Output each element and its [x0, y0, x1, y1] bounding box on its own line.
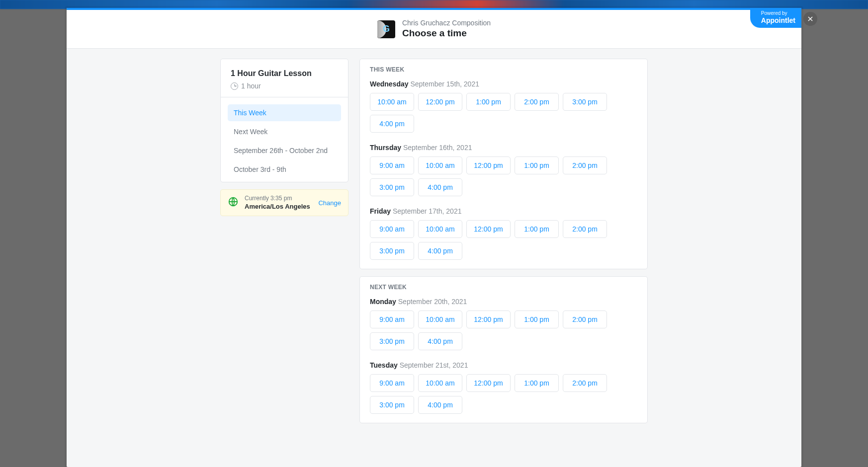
day-name: Tuesday — [370, 361, 398, 369]
time-slot[interactable]: 12:00 pm — [466, 311, 511, 328]
day-date: September 16th, 2021 — [401, 144, 472, 152]
week-item[interactable]: October 10th - 16th — [228, 180, 341, 182]
close-icon — [807, 15, 814, 22]
day-date: September 20th, 2021 — [396, 298, 467, 306]
time-slot[interactable]: 4:00 pm — [418, 396, 462, 414]
time-slot[interactable]: 10:00 am — [418, 374, 462, 392]
time-slot[interactable]: 9:00 am — [370, 220, 414, 238]
slot-row: 9:00 am10:00 am12:00 pm1:00 pm2:00 pm3:0… — [370, 374, 637, 414]
slot-row: 9:00 am10:00 am12:00 pm1:00 pm2:00 pm3:0… — [370, 156, 637, 196]
time-slot[interactable]: 12:00 pm — [466, 374, 511, 392]
clock-icon — [231, 82, 238, 90]
close-button[interactable] — [803, 12, 817, 26]
time-slot[interactable]: 9:00 am — [370, 156, 414, 174]
time-slot[interactable]: 2:00 pm — [563, 374, 607, 392]
day-header: Thursday September 16th, 2021 — [370, 144, 637, 152]
day-block: Friday September 17th, 20219:00 am10:00 … — [360, 205, 647, 269]
day-header: Tuesday September 21st, 2021 — [370, 361, 637, 369]
time-slot[interactable]: 3:00 pm — [370, 396, 414, 414]
page-title: Choose a time — [402, 27, 491, 39]
day-block: Thursday September 16th, 20219:00 am10:0… — [360, 142, 647, 205]
day-block: Wednesday September 15th, 202110:00 am12… — [360, 78, 647, 142]
org-logo: G — [377, 20, 395, 38]
day-header: Wednesday September 15th, 2021 — [370, 80, 637, 88]
day-name: Wednesday — [370, 80, 409, 88]
time-slot[interactable]: 12:00 pm — [418, 93, 462, 111]
section-label: THIS WEEK — [360, 59, 647, 78]
time-slot[interactable]: 10:00 am — [418, 156, 462, 174]
day-date: September 15th, 2021 — [409, 80, 479, 88]
timezone-change-link[interactable]: Change — [318, 199, 341, 207]
week-item[interactable]: This Week — [228, 104, 341, 121]
time-slot[interactable]: 3:00 pm — [370, 242, 414, 260]
time-slots-column: THIS WEEKWednesday September 15th, 20211… — [359, 59, 648, 430]
week-item[interactable]: October 3rd - 9th — [228, 161, 341, 178]
slot-row: 9:00 am10:00 am12:00 pm1:00 pm2:00 pm3:0… — [370, 220, 637, 260]
slot-row: 9:00 am10:00 am12:00 pm1:00 pm2:00 pm3:0… — [370, 311, 637, 350]
time-slot[interactable]: 9:00 am — [370, 374, 414, 392]
week-item[interactable]: Next Week — [228, 123, 341, 140]
time-slot[interactable]: 1:00 pm — [515, 374, 559, 392]
day-name: Thursday — [370, 144, 401, 152]
time-slot[interactable]: 12:00 pm — [466, 220, 511, 238]
day-date: September 17th, 2021 — [391, 207, 461, 215]
day-block: Monday September 20th, 20219:00 am10:00 … — [360, 296, 647, 359]
header-bar: G Chris Gruchacz Composition Choose a ti… — [67, 10, 801, 49]
section-label: NEXT WEEK — [360, 277, 647, 296]
meeting-duration: 1 hour — [241, 82, 261, 90]
powered-by-label: Powered by — [761, 10, 795, 16]
time-slot[interactable]: 1:00 pm — [466, 93, 511, 111]
week-section: THIS WEEKWednesday September 15th, 20211… — [359, 59, 648, 269]
content-scroll[interactable]: 1 Hour Guitar Lesson 1 hour This WeekNex… — [67, 49, 801, 467]
time-slot[interactable]: 12:00 pm — [466, 156, 511, 174]
timezone-current-time: Currently 3:35 pm — [245, 195, 312, 203]
time-slot[interactable]: 4:00 pm — [418, 242, 462, 260]
day-header: Monday September 20th, 2021 — [370, 298, 637, 306]
time-slot[interactable]: 1:00 pm — [515, 220, 559, 238]
meeting-title: 1 Hour Guitar Lesson — [231, 69, 338, 78]
globe-icon — [228, 196, 239, 209]
week-section: NEXT WEEKMonday September 20th, 20219:00… — [359, 276, 648, 423]
slot-row: 10:00 am12:00 pm1:00 pm2:00 pm3:00 pm4:0… — [370, 93, 637, 133]
time-slot[interactable]: 2:00 pm — [515, 93, 559, 111]
day-date: September 21st, 2021 — [398, 361, 468, 369]
time-slot[interactable]: 10:00 am — [418, 220, 462, 238]
time-slot[interactable]: 4:00 pm — [418, 178, 462, 196]
time-slot[interactable]: 10:00 am — [370, 93, 414, 111]
week-list[interactable]: This WeekNext WeekSeptember 26th - Octob… — [221, 97, 348, 182]
day-block: Tuesday September 21st, 20219:00 am10:00… — [360, 359, 647, 423]
time-slot[interactable]: 2:00 pm — [563, 311, 607, 328]
sidebar: 1 Hour Guitar Lesson 1 hour This WeekNex… — [220, 59, 348, 216]
timezone-card: Currently 3:35 pm America/Los Angeles Ch… — [220, 189, 348, 216]
time-slot[interactable]: 1:00 pm — [515, 311, 559, 328]
time-slot[interactable]: 9:00 am — [370, 311, 414, 328]
time-slot[interactable]: 4:00 pm — [370, 115, 414, 133]
time-slot[interactable]: 1:00 pm — [515, 156, 559, 174]
time-slot[interactable]: 2:00 pm — [563, 220, 607, 238]
powered-by-brand: Appointlet — [761, 16, 795, 24]
day-header: Friday September 17th, 2021 — [370, 207, 637, 215]
time-slot[interactable]: 3:00 pm — [370, 178, 414, 196]
powered-by-badge[interactable]: Powered by Appointlet — [750, 8, 801, 28]
day-name: Monday — [370, 298, 396, 306]
week-item[interactable]: September 26th - October 2nd — [228, 142, 341, 159]
timezone-name: America/Los Angeles — [245, 203, 312, 211]
time-slot[interactable]: 4:00 pm — [418, 332, 462, 350]
day-name: Friday — [370, 207, 391, 215]
booking-modal: Powered by Appointlet G Chris Gruchacz C… — [67, 8, 801, 467]
time-slot[interactable]: 10:00 am — [418, 311, 462, 328]
time-slot[interactable]: 2:00 pm — [563, 156, 607, 174]
org-name: Chris Gruchacz Composition — [402, 19, 491, 28]
meeting-card: 1 Hour Guitar Lesson 1 hour This WeekNex… — [220, 59, 348, 182]
time-slot[interactable]: 3:00 pm — [370, 332, 414, 350]
time-slot[interactable]: 3:00 pm — [563, 93, 607, 111]
